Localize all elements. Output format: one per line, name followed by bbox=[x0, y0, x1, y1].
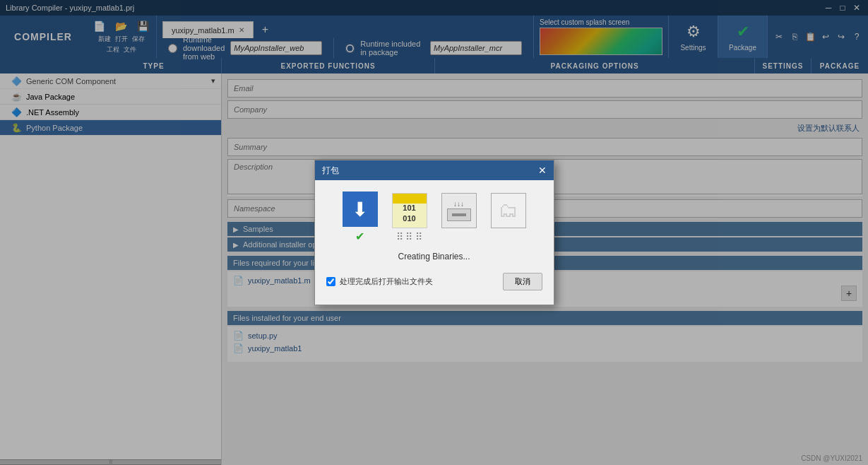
cancel-button[interactable]: 取消 bbox=[503, 273, 542, 290]
modal-footer: 处理完成后打开输出文件夹 取消 bbox=[326, 270, 542, 293]
open-output-label: 处理完成后打开输出文件夹 bbox=[340, 276, 433, 287]
binary-step-icon: 101010 bbox=[392, 193, 427, 228]
modal-checkbox-row: 处理完成后打开输出文件夹 bbox=[326, 276, 433, 287]
modal-close-button[interactable]: ✕ bbox=[538, 165, 547, 176]
step-4-wrap: 🗂 · bbox=[491, 193, 526, 242]
step-2-wrap: 101010 ⠿ ⠿ ⠿ bbox=[392, 193, 427, 242]
download-step-icon: ⬇ bbox=[343, 192, 378, 227]
step-1-check: ✔ bbox=[355, 230, 364, 243]
modal: 打包 ✕ ⬇ ✔ 101010 ⠿ ⠿ ⠿ bbox=[314, 160, 554, 305]
modal-overlay: 打包 ✕ ⬇ ✔ 101010 ⠿ ⠿ ⠿ bbox=[0, 0, 868, 465]
modal-status: Creating Binaries... bbox=[326, 252, 542, 261]
step-2-spinner: ⠿ ⠿ ⠿ bbox=[396, 231, 423, 242]
modal-title: 打包 bbox=[322, 165, 339, 177]
archive-step-icon: ↓↓↓ bbox=[441, 193, 477, 228]
modal-icons-row: ⬇ ✔ 101010 ⠿ ⠿ ⠿ ↓↓↓ bbox=[326, 192, 542, 243]
step-1-wrap: ⬇ ✔ bbox=[343, 192, 378, 243]
modal-body: ⬇ ✔ 101010 ⠿ ⠿ ⠿ ↓↓↓ bbox=[315, 180, 554, 305]
folder-step-icon: 🗂 bbox=[491, 193, 526, 228]
modal-title-bar: 打包 ✕ bbox=[315, 160, 554, 180]
open-output-checkbox[interactable] bbox=[326, 277, 335, 286]
step-3-wrap: ↓↓↓ · bbox=[441, 193, 477, 242]
